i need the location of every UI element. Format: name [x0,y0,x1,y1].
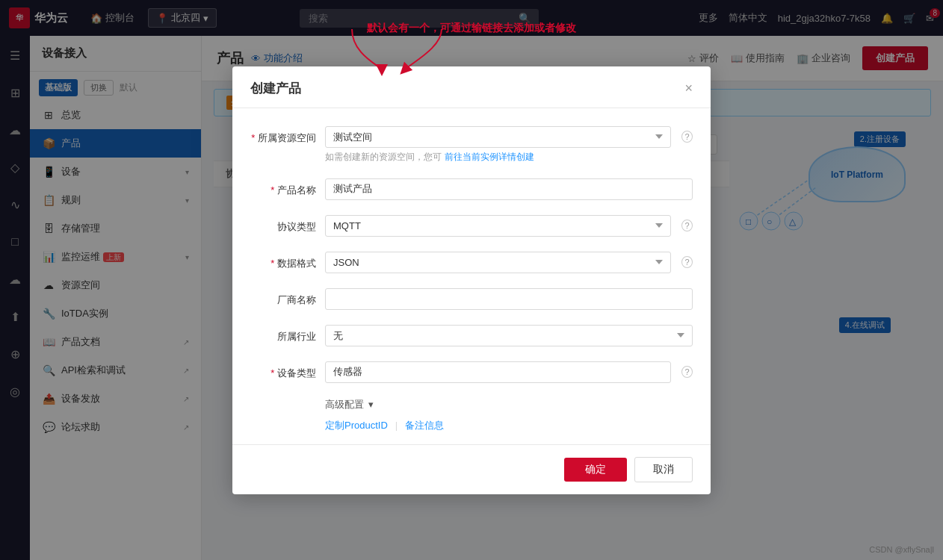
form-row-device-type: 设备类型 ? [250,361,693,383]
resource-space-wrap: 测试空间 ? 如需创建新的资源空间，您可 前往当前实例详情创建 [325,126,693,164]
manufacturer-field[interactable] [325,288,693,310]
device-type-help-icon[interactable]: ? [681,366,693,378]
device-type-wrap: ? [325,361,693,383]
link-divider: | [395,420,398,431]
resource-space-label: 所属资源空间 [250,126,325,145]
form-row-resource-space: 所属资源空间 测试空间 ? 如需创建新的资源空间，您可 前往当前实例详情创建 [250,126,693,164]
modal-body: 所属资源空间 测试空间 ? 如需创建新的资源空间，您可 前往当前实例详情创建 [232,108,711,444]
modal-close-button[interactable]: × [684,81,693,95]
product-name-wrap [325,178,693,200]
resource-space-hint: 如需创建新的资源空间，您可 前往当前实例详情创建 [325,151,693,164]
data-format-help-icon[interactable]: ? [681,256,693,268]
form-row-industry: 所属行业 无 [250,325,693,346]
device-type-label: 设备类型 [250,361,325,380]
product-name-field[interactable] [325,178,693,200]
hint-text: 如需创建新的资源空间，您可 [325,151,442,164]
cancel-button[interactable]: 取消 [634,457,693,482]
data-format-wrap: JSON ? [325,252,693,273]
advanced-label-empty [250,398,325,403]
modal-header: 创建产品 × [232,66,711,108]
advanced-label: 高级配置 [325,398,364,411]
confirm-button[interactable]: 确定 [564,458,627,482]
chevron-down-icon: ▾ [368,399,374,410]
modal-overlay[interactable]: 默认会有一个，可通过输链接去添加或者修改 创建产品 × 所属资源空间 [0,0,943,560]
form-row-advanced: 高级配置 ▾ 定制ProductID | 备注信息 [250,398,693,432]
industry-label: 所属行业 [250,325,325,343]
protocol-field[interactable]: MQTT [325,215,671,237]
product-name-label: 产品名称 [250,178,325,197]
modal-title: 创建产品 [250,80,301,97]
industry-wrap: 无 [325,325,693,346]
advanced-links: 定制ProductID | 备注信息 [325,419,693,432]
advanced-wrap: 高级配置 ▾ 定制ProductID | 备注信息 [325,398,693,432]
resource-space-help-icon[interactable]: ? [681,131,693,143]
resource-space-field[interactable]: 测试空间 [325,126,671,148]
manufacturer-wrap [325,288,693,310]
form-row-protocol: 协议类型 MQTT ? [250,215,693,237]
modal-footer: 确定 取消 [232,444,711,494]
protocol-help-icon[interactable]: ? [681,220,693,231]
advanced-config-toggle[interactable]: 高级配置 ▾ [325,398,693,411]
protocol-wrap: MQTT ? [325,215,693,237]
annotation-text: 默认会有一个，可通过输链接去添加或者修改 [367,22,576,35]
data-format-label: 数据格式 [250,252,325,270]
device-type-field[interactable] [325,361,671,383]
hint-link[interactable]: 前往当前实例详情创建 [445,151,534,164]
industry-field[interactable]: 无 [325,325,693,346]
form-row-data-format: 数据格式 JSON ? [250,252,693,273]
product-id-link[interactable]: 定制ProductID [325,419,388,432]
manufacturer-label: 厂商名称 [250,288,325,307]
protocol-label: 协议类型 [250,215,325,234]
form-row-manufacturer: 厂商名称 [250,288,693,310]
data-format-field[interactable]: JSON [325,252,671,273]
form-row-product-name: 产品名称 [250,178,693,200]
create-product-modal: 默认会有一个，可通过输链接去添加或者修改 创建产品 × 所属资源空间 [232,66,711,494]
note-link[interactable]: 备注信息 [405,419,444,432]
